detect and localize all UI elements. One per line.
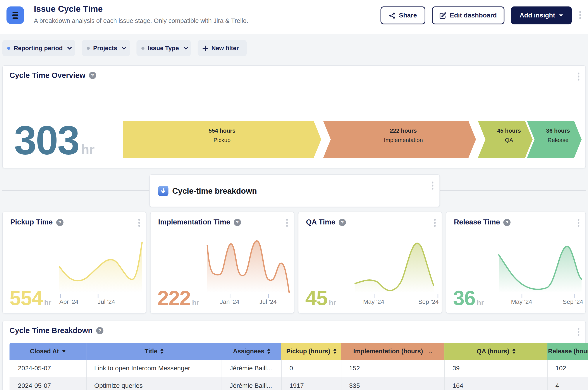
filter-dot <box>87 47 90 49</box>
chevron-down-icon <box>122 47 126 49</box>
qa-card-title: QA Time <box>306 218 335 226</box>
sort-desc-icon <box>62 350 66 352</box>
banner-title: Cycle-time breakdown <box>158 186 257 196</box>
funnel-label-implementation: 222 hoursImplementation <box>384 126 423 145</box>
sort-icon <box>160 348 163 354</box>
total-cycle-time-value: 303 <box>14 124 79 157</box>
pickup-value: 554 hr <box>10 290 52 307</box>
cycle-time-breakdown-card: Cycle Time Breakdown ? Closed At Title A… <box>2 321 586 390</box>
overview-kebab-menu[interactable] <box>578 73 580 81</box>
pickup-time-card: Pickup Time ? 554 hr Apr '24 Jul '24 <box>2 212 146 313</box>
axis-tick <box>575 294 575 298</box>
pickup-kebab-menu[interactable] <box>138 219 140 227</box>
table-row[interactable]: 2024-05-07 Optimize queries Jérémie Bail… <box>10 377 588 390</box>
column-header-closed-at[interactable]: Closed At <box>10 343 86 360</box>
help-icon[interactable]: ? <box>56 219 63 226</box>
qa-time-card: QA Time ? 45 hr May '24 Sep '24 <box>298 212 442 313</box>
column-header-assignees[interactable]: Assignees <box>222 343 281 360</box>
qa-kebab-menu[interactable] <box>434 219 436 227</box>
filter-dot <box>141 47 145 49</box>
page-header: Issue Cycle Time A breakdown analysis of… <box>0 0 588 34</box>
axis-label: Jan '24 <box>220 299 239 305</box>
plus-icon <box>203 45 208 50</box>
cycle-time-table: Closed At Title Assignees Pickup (hours)… <box>10 343 588 390</box>
table-kebab-menu[interactable] <box>578 328 580 336</box>
table-row[interactable]: 2024-05-07 Link to open Intercom Messeng… <box>10 360 588 377</box>
edit-dashboard-button[interactable]: Edit dashboard <box>432 6 505 24</box>
filter-dot <box>7 47 10 49</box>
sort-icon <box>512 348 515 354</box>
qa-value: 45 hr <box>305 290 336 307</box>
release-card-title: Release Time <box>454 218 500 226</box>
axis-label: Apr '24 <box>59 299 78 305</box>
filter-projects[interactable]: Projects <box>82 40 130 56</box>
help-icon[interactable]: ? <box>89 72 96 79</box>
total-cycle-time-unit: hr <box>81 142 95 158</box>
implementation-value: 222 hr <box>157 290 199 307</box>
sort-icon <box>333 348 336 354</box>
axis-label: May '24 <box>511 299 532 305</box>
title-block: Issue Cycle Time A breakdown analysis of… <box>34 4 248 24</box>
axis-tick <box>230 294 230 298</box>
page-title: Issue Cycle Time <box>34 4 248 14</box>
total-cycle-time: 303 hr <box>14 124 95 158</box>
implementation-sparkline <box>207 240 291 293</box>
cycle-time-overview-card: Cycle Time Overview ? 303 hr 554 hoursPi… <box>2 65 586 168</box>
add-insight-button[interactable]: Add insight <box>511 6 572 24</box>
release-sparkline <box>498 240 583 293</box>
axis-tick <box>98 294 99 298</box>
share-button[interactable]: Share <box>380 6 426 24</box>
section-divider-left <box>2 191 149 191</box>
dashboard-menu-icon[interactable] <box>6 6 24 24</box>
funnel-label-release: 36 hoursRelease <box>546 126 570 145</box>
axis-label: Jul '24 <box>259 299 277 305</box>
page-subtitle: A breakdown analysis of each issue stage… <box>34 17 248 24</box>
overview-card-title: Cycle Time Overview <box>10 71 86 80</box>
release-time-card: Release Time ? 36 hr May '24 Sep '24 <box>446 212 586 313</box>
help-icon[interactable]: ? <box>503 219 511 226</box>
axis-tick <box>522 294 522 298</box>
column-header-qa[interactable]: QA (hours) <box>445 343 548 360</box>
column-header-implementation[interactable]: Implementation (hours).. <box>341 343 445 360</box>
table-header-row: Closed At Title Assignees Pickup (hours)… <box>10 343 588 360</box>
sort-hint: .. <box>429 348 432 355</box>
pickup-sparkline <box>58 240 143 293</box>
filter-issue-type[interactable]: Issue Type <box>136 40 191 56</box>
arrow-down-emoji-icon <box>158 186 168 196</box>
qa-sparkline <box>354 240 439 293</box>
help-icon[interactable]: ? <box>339 219 346 226</box>
banner-kebab-menu[interactable] <box>432 182 433 190</box>
axis-tick <box>374 294 374 298</box>
new-filter-button[interactable]: New filter <box>198 40 247 56</box>
header-kebab-menu[interactable] <box>579 11 581 19</box>
implementation-time-card: Implementation Time ? 222 hr Jan '24 Jul… <box>150 212 294 313</box>
axis-label: Sep '24 <box>563 299 583 305</box>
dashboard-page: Issue Cycle Time A breakdown analysis of… <box>0 0 588 390</box>
section-divider-right <box>440 191 586 191</box>
axis-label: May '24 <box>363 299 384 305</box>
axis-label: Jul '24 <box>98 299 115 305</box>
edit-icon <box>440 12 446 19</box>
implementation-kebab-menu[interactable] <box>286 219 288 227</box>
axis-tick <box>438 294 438 298</box>
axis-tick <box>60 294 61 298</box>
implementation-card-title: Implementation Time <box>158 218 230 226</box>
column-header-title[interactable]: Title <box>86 343 222 360</box>
table-card-title: Cycle Time Breakdown <box>10 326 93 335</box>
pickup-card-title: Pickup Time <box>10 218 53 226</box>
filter-reporting-period[interactable]: Reporting period <box>2 40 75 56</box>
chevron-down-icon <box>559 14 563 16</box>
release-value: 36 hr <box>453 290 484 307</box>
release-kebab-menu[interactable] <box>578 219 580 227</box>
funnel-label-qa: 45 hoursQA <box>497 126 521 145</box>
chevron-down-icon <box>183 47 188 49</box>
help-icon[interactable]: ? <box>96 327 103 334</box>
cycle-time-breakdown-banner: Cycle-time breakdown <box>149 174 440 207</box>
funnel-label-pickup: 554 hoursPickup <box>209 126 235 145</box>
help-icon[interactable]: ? <box>234 219 241 226</box>
column-header-release[interactable]: Release (hours) <box>548 343 588 360</box>
axis-tick <box>268 294 269 298</box>
chevron-down-icon <box>67 47 72 49</box>
column-header-pickup[interactable]: Pickup (hours) <box>282 343 341 360</box>
sort-icon <box>267 348 270 354</box>
